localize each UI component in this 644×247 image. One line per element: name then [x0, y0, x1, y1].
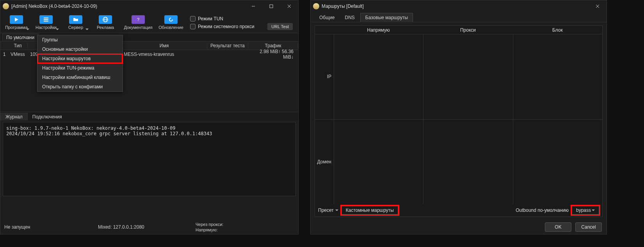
tun-mode-checkbox[interactable]: Режим TUN: [190, 16, 254, 21]
routes-footer: Пресет Кастомные маршруты Outbound по-ум…: [315, 204, 602, 217]
menu-tun-settings[interactable]: Настройки TUN-режима: [37, 63, 123, 73]
col-proxy: Прокси: [423, 27, 512, 33]
log-tabs: Журнал Подключения: [0, 112, 298, 120]
chevron-down-icon: [592, 209, 595, 211]
group-tab-default[interactable]: По умолчани: [2, 34, 39, 41]
svg-rect-6: [44, 19, 48, 20]
settings-dropdown: Группы Основные настройки Настройки марш…: [37, 35, 123, 92]
refresh-icon: [168, 16, 174, 23]
cell-domain-block[interactable]: [513, 120, 602, 204]
tab-basic-routes[interactable]: Базовые маршруты: [360, 13, 413, 22]
cell-ip-proxy[interactable]: [423, 34, 512, 119]
main-title: [Admin] NekoBox (4.0-beta4-2024-10-09): [11, 4, 244, 9]
svg-rect-5: [44, 18, 48, 18]
tab-journal[interactable]: Журнал: [0, 113, 28, 120]
menu-route-settings[interactable]: Настройки маршрутов: [37, 54, 123, 63]
play-icon: [13, 16, 20, 23]
status-direct: Напрямую:: [196, 227, 223, 233]
routes-row-ip: IP: [315, 34, 602, 120]
svg-text:?: ?: [137, 17, 139, 22]
dialog-buttons: OK Cancel: [311, 220, 607, 234]
main-window: [Admin] NekoBox (4.0-beta4-2024-10-09) П…: [0, 0, 299, 234]
th-test[interactable]: Результат теста: [207, 43, 248, 48]
th-name[interactable]: Имя: [121, 43, 207, 48]
question-icon: ?: [135, 16, 141, 23]
cell-domain-proxy[interactable]: [423, 120, 512, 204]
outbound-default-label: Outbound по-умолчанию: [516, 208, 569, 213]
preset-label[interactable]: Пресет: [318, 208, 334, 213]
cell-ip-block[interactable]: [513, 34, 602, 119]
sliders-icon: [43, 16, 49, 23]
th-traffic[interactable]: Трафик: [248, 43, 298, 48]
custom-routes-button[interactable]: Кастомные маршруты: [342, 206, 398, 215]
statusbar: Не запущен Mixed: 127.0.0.1:2080 Через п…: [0, 220, 298, 234]
url-test-button[interactable]: URL Test: [267, 23, 293, 30]
routes-panel: Напрямую Прокси Блок IP Домен: [315, 25, 603, 217]
chevron-down-icon: [335, 209, 338, 211]
col-direct: Напрямую: [334, 27, 423, 33]
maximize-button[interactable]: [262, 0, 280, 12]
program-button[interactable]: Программа: [3, 14, 30, 31]
close-button[interactable]: [589, 0, 607, 12]
checkbox-icon: [190, 16, 196, 21]
close-button[interactable]: [280, 0, 298, 12]
docs-button[interactable]: ? Документация: [121, 14, 155, 31]
app-icon: [313, 3, 319, 9]
sysproxy-checkbox[interactable]: Режим системного прокси: [190, 24, 254, 29]
outbound-default-select[interactable]: bypass: [572, 206, 599, 215]
log-output[interactable]: sing-box: 1.9.7-neko-1 NekoBox: nekoray-…: [3, 122, 296, 196]
ok-button[interactable]: OK: [545, 222, 571, 232]
main-titlebar: [Admin] NekoBox (4.0-beta4-2024-10-09): [0, 0, 298, 12]
status-proxy: Через прокси:: [196, 222, 223, 227]
cell-ip-direct[interactable]: [334, 34, 423, 119]
tab-dns[interactable]: DNS: [340, 13, 359, 22]
folder-icon: [73, 16, 79, 23]
tab-general[interactable]: Общие: [315, 13, 339, 22]
settings-button[interactable]: Настройки: [32, 14, 60, 31]
menu-open-config-folder[interactable]: Открыть папку с конфигами: [37, 82, 123, 91]
tab-connections[interactable]: Подключения: [28, 113, 67, 120]
routes-columns-header: Напрямую Прокси Блок: [315, 26, 602, 34]
menu-hotkey-settings[interactable]: Настройки комбинаций клавиш: [37, 73, 123, 82]
cancel-button[interactable]: Cancel: [575, 222, 602, 232]
menu-groups[interactable]: Группы: [37, 35, 123, 45]
server-button[interactable]: Сервер: [62, 14, 89, 31]
col-block: Блок: [513, 27, 602, 33]
routes-tabs: Общие DNS Базовые маршруты: [311, 12, 607, 22]
cell-domain-direct[interactable]: [334, 120, 423, 204]
routes-window: Маршруты [Default] Общие DNS Базовые мар…: [310, 0, 607, 234]
svg-rect-1: [270, 5, 273, 8]
status-running: Не запущен: [4, 224, 98, 230]
status-mixed: Mixed: 127.0.0.1:2080: [98, 224, 196, 230]
checkbox-icon: [190, 24, 196, 29]
globe-icon: [102, 16, 109, 23]
toolbar: Программа Настройки Сервер Реклама ? Док…: [0, 12, 298, 33]
ads-button[interactable]: Реклама: [92, 14, 119, 31]
svg-rect-7: [44, 21, 48, 21]
minimize-button[interactable]: [244, 0, 262, 12]
svg-marker-4: [15, 18, 18, 21]
routes-titlebar: Маршруты [Default]: [311, 0, 607, 12]
th-type[interactable]: Тип: [8, 43, 28, 48]
app-icon: [3, 3, 9, 9]
routes-row-domain: Домен: [315, 120, 602, 204]
menu-basic-settings[interactable]: Основные настройки: [37, 45, 123, 54]
update-button[interactable]: Обновление: [157, 14, 185, 31]
routes-title: Маршруты [Default]: [322, 4, 589, 9]
